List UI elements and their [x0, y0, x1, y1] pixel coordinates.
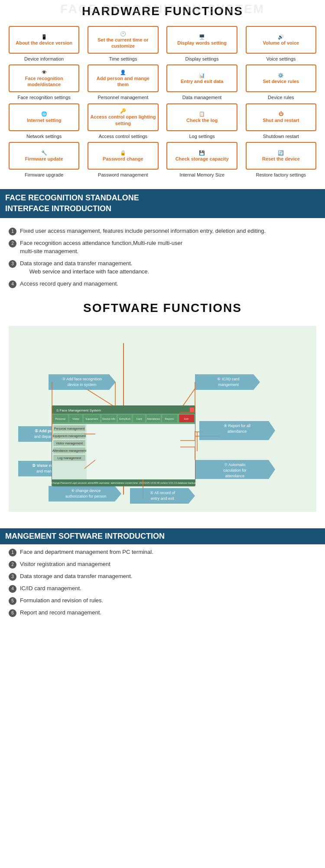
password-label: Password management [98, 172, 148, 178]
reset-icon: 🔄 [278, 150, 284, 155]
hw-box-password[interactable]: 🔒 Password change [88, 142, 158, 170]
mgmt-item-5: 5 Formulation and revision of rules. [9, 596, 316, 605]
svg-text:attendance: attendance [228, 429, 247, 434]
hw-box-personnel-label: 👤 Add person and mange them [90, 69, 156, 88]
face-text-2: Face recognition access attendance funct… [20, 239, 182, 256]
hw-box-display-label: 🖥️ Display words setting [177, 34, 227, 46]
network-label: Network settings [26, 133, 62, 139]
shutdown-label: Shutdown restart [263, 133, 299, 139]
firmware-icon: 🔧 [41, 150, 47, 155]
hw-box-firmware[interactable]: 🔧 Firmware update [9, 142, 79, 170]
hw-box-device-label: 📱 About the device version [16, 34, 72, 46]
log-icon: 📋 [199, 111, 205, 116]
mgmt-num-1: 1 [9, 549, 16, 556]
hw-box-access[interactable]: 🔑 Access control open lighting setting [88, 103, 158, 131]
mgmt-text-2: Visitor registration and management [20, 560, 110, 569]
hw-item-time: 🕐 Set the current time or customize Time… [88, 26, 158, 62]
shutdown-icon: ⏻ [279, 111, 283, 116]
hw-box-display[interactable]: 🖥️ Display words setting [166, 26, 237, 54]
svg-text:mangement: mangement [218, 383, 239, 387]
hw-box-personnel[interactable]: 👤 Add person and mange them [88, 64, 158, 92]
mgmt-item-6: 6 Report and record management. [9, 608, 316, 617]
reset-label: Restore factory settings [256, 172, 306, 178]
svg-text:Reports: Reports [165, 418, 174, 420]
face-num-1: 1 [9, 228, 16, 235]
hw-box-firmware-label: 🔧 Firmware update [25, 150, 63, 162]
face-intro-list: 1 Fixed user access management, features… [0, 223, 325, 297]
voice-icon: 🔊 [278, 34, 284, 39]
hw-box-voice-label: 🔊 Volume of voice [263, 34, 299, 46]
hw-box-data[interactable]: 📊 Entry and exit data [166, 64, 237, 92]
face-item-3: 3 Data storage and data transfer managem… [9, 259, 316, 276]
hw-box-network-label: 🌐 Internet setting [27, 111, 61, 123]
face-item-4: 4 Access record query and management. [9, 280, 316, 288]
svg-text:attendance: attendance [225, 474, 245, 478]
mgmt-item-2: 2 Visitor registration and management [9, 560, 316, 569]
face-section-header: FACE RECOGNITION STANDALONEINTERFACE INT… [0, 189, 325, 218]
svg-rect-69 [87, 424, 195, 479]
hw-box-reset[interactable]: 🔄 Reset the device [246, 142, 316, 170]
svg-text:Equipment: Equipment [86, 418, 98, 420]
hw-box-shutdown[interactable]: ⏻ Shut and restart [246, 103, 316, 131]
hw-box-time[interactable]: 🕐 Set the current time or customize [88, 26, 158, 54]
hw-box-password-label: 🔒 Password change [103, 150, 143, 162]
access-icon: 🔑 [120, 108, 126, 113]
rules-icon: ⚙️ [278, 73, 284, 78]
mgmt-text-5: Formulation and revision of rules. [20, 596, 103, 605]
hw-item-personnel: 👤 Add person and mange them Personnel ma… [88, 64, 158, 100]
hw-box-log-label: 📋 Check the log [186, 111, 218, 123]
hw-box-voice[interactable]: 🔊 Volume of voice [246, 26, 316, 54]
data-label: Data management [182, 94, 222, 100]
svg-text:Personal: Personal [55, 418, 65, 420]
hw-box-face[interactable]: 👁️ Face recognition mode/distance [9, 64, 79, 92]
hw-box-access-label: 🔑 Access control open lighting setting [90, 108, 156, 126]
software-title: SOFTWARE FUNCTIONS [9, 301, 316, 315]
hw-box-log[interactable]: 📋 Check the log [166, 103, 237, 131]
mgmt-item-3: 3 Data storage and data transfer managem… [9, 572, 316, 581]
svg-text:Personal management: Personal management [54, 427, 84, 431]
face-section-title: FACE RECOGNITION STANDALONEINTERFACE INT… [5, 193, 320, 214]
svg-text:entry and exit: entry and exit [151, 496, 175, 501]
mgmt-item-4: 4 IC/ID card management. [9, 584, 316, 593]
hw-box-storage[interactable]: 💾 Check storage capacity [166, 142, 237, 170]
hardware-title: HARDWARE FUNCTIONS [9, 4, 316, 18]
data-icon: 📊 [199, 73, 205, 78]
hw-item-storage: 💾 Check storage capacity Internal Memory… [166, 142, 237, 178]
firmware-label: Firmware upgrade [25, 172, 63, 178]
hw-item-data: 📊 Entry and exit data Data management [166, 64, 237, 100]
svg-text:Visitor: Visitor [72, 418, 80, 420]
svg-text:Exit: Exit [184, 418, 188, 420]
hw-item-access: 🔑 Access control open lighting setting A… [88, 103, 158, 139]
voice-label: Voice settings [266, 56, 296, 62]
face-item-1: 1 Fixed user access management, features… [9, 227, 316, 235]
time-icon: 🕐 [120, 31, 126, 36]
mgmt-num-2: 2 [9, 561, 16, 569]
face-text-4: Access record query and management. [20, 280, 118, 288]
hw-box-face-label: 👁️ Face recognition mode/distance [11, 69, 77, 88]
software-section: SOFTWARE FUNCTIONS ① Add person and de [0, 297, 325, 525]
svg-text:③ Add face recognition: ③ Add face recognition [62, 377, 102, 381]
device-label: Device information [24, 56, 64, 62]
display-icon: 🖥️ [199, 34, 205, 39]
svg-text:authorization for person: authorization for person [65, 494, 107, 498]
svg-text:Entry/Exit: Entry/Exit [119, 418, 130, 420]
svg-text:⑦ Automatic: ⑦ Automatic [224, 463, 246, 467]
hw-box-shutdown-label: ⏻ Shut and restart [263, 111, 299, 123]
face-intro-header: FACE RECOGNITION STANDALONEINTERFACE INT… [0, 189, 325, 296]
svg-text:Log management: Log management [58, 457, 81, 460]
hw-box-reset-label: 🔄 Reset the device [262, 150, 300, 162]
hw-item-password: 🔒 Password change Password management [88, 142, 158, 178]
hw-box-rules-label: ⚙️ Set device rules [263, 72, 299, 85]
hw-item-face: 👁️ Face recognition mode/distance Face r… [9, 64, 79, 100]
mgmt-num-5: 5 [9, 597, 16, 605]
hw-item-rules: ⚙️ Set device rules Device rules [246, 64, 316, 100]
hw-box-data-label: 📊 Entry and exit data [181, 72, 223, 85]
face-text-3: Data storage and data transfer managemen… [20, 259, 149, 276]
hw-item-network: 🌐 Internet setting Network settings [9, 103, 79, 139]
hw-box-device[interactable]: 📱 About the device version [9, 26, 79, 54]
svg-text:⑧ Report for all: ⑧ Report for all [224, 424, 250, 428]
hardware-section: FACE RECOGNITION SYSTEM HARDWARE FUNCTIO… [0, 0, 325, 189]
hw-box-rules[interactable]: ⚙️ Set device rules [246, 64, 316, 92]
mgmt-text-6: Report and record management. [20, 608, 101, 617]
hw-box-network[interactable]: 🌐 Internet setting [9, 103, 79, 131]
